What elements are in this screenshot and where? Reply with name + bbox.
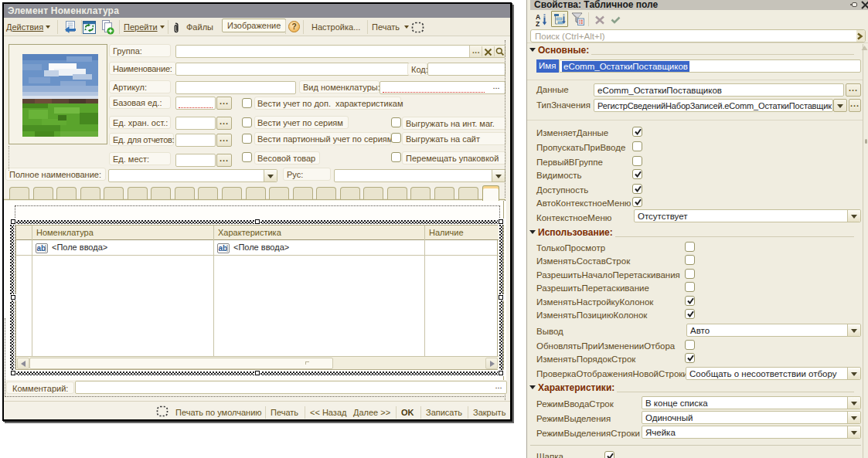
svg-text:ab: ab [37, 244, 46, 253]
svg-text:Z: Z [536, 20, 540, 27]
svg-text:ab: ab [219, 244, 228, 253]
svg-text:?: ? [291, 22, 296, 31]
